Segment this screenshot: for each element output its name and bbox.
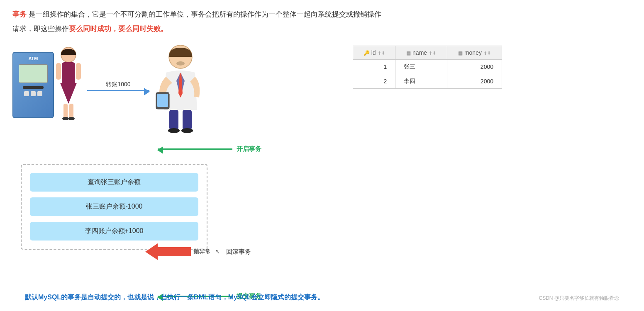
op-item-2: 张三账户余额-1000	[30, 197, 198, 216]
diagram-area: ATM	[12, 44, 328, 259]
transfer-label: 转账1000	[106, 81, 130, 88]
transfer-arrow	[87, 90, 149, 91]
table-icon-1: ▦	[406, 50, 411, 56]
main-content: ATM	[12, 44, 632, 259]
data-table: 🔑id ⬆⬇ ▦name ⬆⬇ ▦money ⬆⬇	[353, 46, 502, 89]
svg-rect-11	[183, 110, 192, 130]
col-money: ▦money ⬆⬇	[447, 46, 502, 60]
atm-screen	[19, 64, 48, 83]
cell-name-2: 李四	[395, 74, 447, 89]
cell-id-1: 1	[353, 60, 395, 74]
op-item-1: 查询张三账户余额	[30, 173, 198, 192]
exception-container: 抛异常 ↖ 回滚事务	[145, 243, 251, 260]
table-icon-2: ▦	[458, 50, 463, 56]
svg-rect-2	[63, 104, 68, 118]
svg-point-9	[176, 61, 185, 66]
svg-rect-3	[69, 104, 73, 118]
start-tx-label: 开启事务	[237, 145, 261, 153]
highlight-shiwu: 事务	[12, 10, 27, 18]
svg-rect-15	[157, 94, 168, 107]
table-row: 2 李四 2000	[353, 74, 502, 89]
cell-name-1: 张三	[395, 60, 447, 74]
svg-point-5	[68, 117, 75, 120]
cell-money-1: 2000	[447, 60, 502, 74]
atm-buttons	[24, 91, 42, 96]
exception-arrow	[145, 243, 191, 260]
start-tx-container: 开启事务	[158, 145, 261, 153]
svg-rect-10	[169, 110, 178, 130]
col-name: ▦name ⬆⬇	[395, 46, 447, 60]
rollback-label: 回滚事务	[226, 248, 251, 256]
atm-slot	[23, 86, 44, 89]
cursor-icon: ↖	[215, 248, 220, 255]
key-icon: 🔑	[363, 50, 370, 56]
svg-point-12	[168, 128, 180, 133]
intro-line1: 事务 是一组操作的集合，它是一个不可分割的工作单位，事务会把所有的操作作为一个整…	[12, 8, 632, 21]
svg-point-13	[181, 128, 193, 133]
watermark: CSDN @只要名字够长就有独眼看念	[539, 295, 619, 302]
person-figure	[52, 46, 85, 122]
op-item-3: 李四账户余额+1000	[30, 222, 198, 241]
operations-box: 查询张三账户余额 张三账户余额-1000 李四账户余额+1000	[21, 164, 207, 250]
exception-label: 抛异常	[193, 248, 211, 255]
svg-rect-6	[56, 63, 61, 80]
highlight-success-fail: 要么同时成功，要么同时失败。	[69, 25, 168, 33]
intro-line2: 请求，即这些操作要么同时成功，要么同时失败。	[12, 23, 632, 36]
cell-id-2: 2	[353, 74, 395, 89]
svg-point-4	[62, 117, 69, 120]
svg-rect-7	[76, 63, 81, 80]
cell-money-2: 2000	[447, 74, 502, 89]
atm-machine: ATM	[12, 52, 54, 118]
table-row: 1 张三 2000	[353, 60, 502, 74]
businessman-figure	[154, 44, 207, 135]
col-id: 🔑id ⬆⬇	[353, 46, 395, 60]
start-tx-arrow	[158, 148, 232, 150]
atm-label: ATM	[28, 56, 38, 61]
bottom-text: 默认MySQL的事务是自动提交的，也就是说，当执行一条DML语句，MySQL会立…	[25, 293, 619, 302]
table-area: 🔑id ⬆⬇ ▦name ⬆⬇ ▦money ⬆⬇	[353, 46, 535, 89]
transfer-arrow-container: 转账1000	[87, 81, 149, 91]
